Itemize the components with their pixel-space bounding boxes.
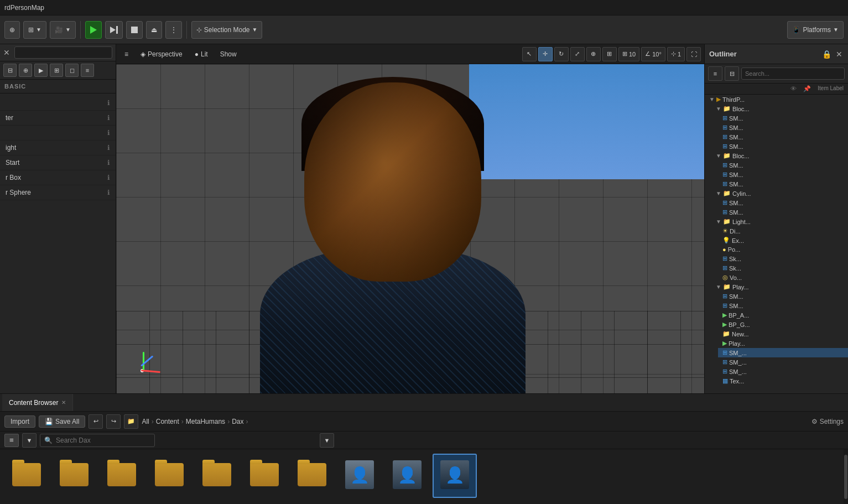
tree-item-po[interactable]: ● Po... [718,245,848,254]
tree-item-sm8[interactable]: ⊞ SM... [718,198,848,207]
asset-char-1[interactable]: 👤 [337,454,382,498]
tree-item-tex[interactable]: ▦ Tex... [718,376,848,386]
camera-btn[interactable]: 🎥 ▼ [50,21,76,39]
tree-arrow-bloc1[interactable]: ▼ [716,106,721,112]
more-btn[interactable]: ⋮ [165,21,182,39]
select-tool-btn[interactable]: ↖ [522,47,537,61]
settings-btn[interactable]: ⚙ Settings [811,418,844,425]
rotate-tool-btn[interactable]: ↻ [554,47,569,61]
panel-item-3[interactable]: ight ℹ [0,141,116,155]
outliner-sort-btn[interactable]: ⊟ [725,66,739,81]
selection-mode-btn[interactable]: ⊹ Selection Mode ▼ [191,21,263,39]
search-dropdown-btn[interactable]: ▼ [320,433,334,448]
tree-item-cylin[interactable]: ▼ 📁 Cylin... [711,189,848,198]
viewport-canvas[interactable] [116,64,704,393]
tree-item-sm12[interactable]: ⊞ SM_... [718,357,848,367]
close-left-panel-btn[interactable]: ✕ [3,48,10,57]
tree-item-sm6[interactable]: ⊞ SM... [718,170,848,179]
outliner-lock-btn[interactable]: 🔒 [821,49,833,60]
asset-folder-4[interactable] [147,454,191,498]
lit-btn[interactable]: ● Lit [190,47,213,61]
panel-icon-5[interactable]: ◻ [65,64,79,77]
tree-item-ex[interactable]: 💡 Ex... [718,236,848,245]
import-btn[interactable]: Import [4,415,35,428]
grid-size-btn[interactable]: ⊞ 10 [618,47,639,61]
outliner-close-btn[interactable]: ✕ [835,49,844,60]
tree-item-sm4[interactable]: ⊞ SM... [718,142,848,151]
tree-arrow[interactable]: ▼ [709,96,715,102]
content-browser-tab[interactable]: Content Browser ✕ [2,394,73,411]
tree-item-bp-g[interactable]: ▶ BP_G... [718,320,848,329]
transform-tool-btn[interactable]: ⊕ [586,47,601,61]
snap-btn[interactable]: ⊞ ▼ [23,21,46,39]
play-btn[interactable] [85,21,102,39]
panel-item-2[interactable]: ℹ [0,126,116,141]
asset-folder-6[interactable] [242,454,287,498]
tree-arrow-play[interactable]: ▼ [716,284,721,290]
tree-item-sm5[interactable]: ⊞ SM... [718,160,848,170]
tree-item-light-group[interactable]: ▼ 📁 Light... [711,217,848,226]
tree-arrow-bloc2[interactable]: ▼ [716,153,721,159]
bottom-scrollbar[interactable] [844,449,848,504]
tree-item-sm9[interactable]: ⊞ SM... [718,207,848,217]
asset-folder-5[interactable] [195,454,239,498]
asset-folder-1[interactable] [4,454,49,498]
angle-btn[interactable]: ∠ 10° [641,47,665,61]
tree-item-sm2[interactable]: ⊞ SM... [718,123,848,132]
tree-item-sm10[interactable]: ⊞ SM... [718,292,848,301]
snap-toggle-btn[interactable]: ⊞ [602,47,617,61]
breadcrumb-content[interactable]: Content [156,418,179,425]
breadcrumb-all[interactable]: All [142,418,149,425]
transform-icon-btn[interactable]: ⊕ [4,21,20,39]
history-forward-btn[interactable]: ↪ [106,414,121,429]
skip-forward-btn[interactable] [105,21,123,39]
tree-item-sk2[interactable]: ⊞ Sk... [718,263,848,273]
info-icon-2[interactable]: ℹ [107,129,110,137]
panel-icon-3[interactable]: ▶ [34,64,48,77]
tree-item-sm11[interactable]: ⊞ SM... [718,301,848,310]
tree-item-di[interactable]: ☀ Di... [718,226,848,236]
tree-item-sm-selected[interactable]: ⊞ SM_... [718,348,848,357]
scale-btn[interactable]: ⊹ 1 [667,47,685,61]
panel-item-5[interactable]: r Box ℹ [0,170,116,185]
tree-item-bloc2[interactable]: ▼ 📁 Bloc... [711,151,848,160]
save-all-btn[interactable]: 💾 Save All [39,415,85,428]
eject-btn[interactable]: ⏏ [146,21,162,39]
content-search-input[interactable] [40,434,155,447]
outliner-search-input[interactable] [741,67,845,80]
info-icon-3[interactable]: ℹ [107,144,110,152]
tree-item-sm7[interactable]: ⊞ SM... [718,179,848,189]
tree-item-play-group[interactable]: ▼ 📁 Play... [711,282,848,292]
tab-close-btn[interactable]: ✕ [61,399,66,406]
sort-btn[interactable]: ≡ [4,434,19,447]
tree-item-sm1[interactable]: ⊞ SM... [718,113,848,123]
panel-icon-1[interactable]: ⊟ [3,64,17,77]
info-icon-1[interactable]: ℹ [107,114,110,122]
tree-item-vo[interactable]: ◎ Vo... [718,273,848,282]
platforms-btn[interactable]: 📱 Platforms ▼ [787,21,844,39]
tree-item-bp-a[interactable]: ▶ BP_A... [718,310,848,320]
panel-item-6[interactable]: r Sphere ℹ [0,185,116,200]
outliner-filter-btn[interactable]: ≡ [708,66,722,81]
tree-item-sk1[interactable]: ⊞ Sk... [718,254,848,263]
left-panel-search[interactable] [14,46,112,59]
asset-char-2[interactable]: 👤 [385,454,429,498]
panel-item-0[interactable]: ℹ [0,96,116,111]
filter-btn[interactable]: ▼ [22,433,37,448]
panel-icon-4[interactable]: ⊞ [50,64,63,77]
move-tool-btn[interactable]: ✛ [538,47,553,61]
info-icon-4[interactable]: ℹ [107,159,110,167]
tree-item-sm3[interactable]: ⊞ SM... [718,132,848,142]
tree-arrow-cylin[interactable]: ▼ [716,190,721,196]
fullscreen-btn[interactable]: ⛶ [686,47,701,61]
panel-icon-2[interactable]: ⊕ [19,64,32,77]
viewport-menu-btn[interactable]: ≡ [119,47,133,61]
asset-char-selected[interactable]: 👤 [433,454,477,498]
stop-btn[interactable] [126,21,143,39]
info-icon-6[interactable]: ℹ [107,189,110,196]
info-icon-5[interactable]: ℹ [107,174,110,181]
perspective-btn[interactable]: ◈ Perspective [136,47,188,61]
breadcrumb-dax[interactable]: Dax [232,418,243,425]
tree-item-bloc1[interactable]: ▼ 📁 Bloc... [711,104,848,113]
tree-item-play2[interactable]: ▶ Play... [718,339,848,348]
